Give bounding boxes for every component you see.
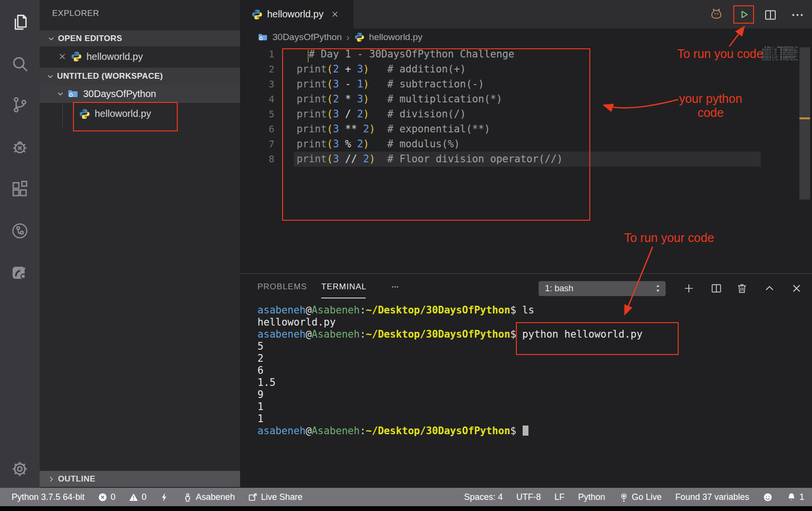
status-language-mode[interactable]: Python	[578, 492, 605, 502]
select-updown-icon	[654, 283, 662, 294]
terminal-cursor	[523, 426, 528, 436]
line-number: 6	[240, 122, 274, 137]
code-line-5[interactable]: 5print(3 / 2) # division(/)	[240, 107, 563, 122]
chevron-down-icon	[45, 71, 55, 81]
open-editors-label: OPEN EDITORS	[58, 34, 122, 43]
chevron-right-icon	[46, 474, 56, 484]
tab-terminal[interactable]: TERMINAL	[321, 282, 367, 292]
status-encoding-label: UTF-8	[516, 492, 541, 502]
activity-explorer-icon[interactable]	[0, 11, 40, 34]
settings-gear-icon	[10, 459, 29, 479]
terminal[interactable]: asabeneh@Asabeneh:~/Desktop/30DaysOfPyth…	[257, 304, 642, 437]
prompt-user: asabeneh	[257, 425, 306, 437]
more-actions-icon[interactable]	[790, 8, 805, 22]
status-go-live[interactable]: Go Live	[619, 492, 662, 502]
cat-icon[interactable]	[709, 7, 724, 21]
status-indentation[interactable]: Spaces: 4	[464, 492, 503, 502]
code-line-3[interactable]: 3print(3 - 1) # subtraction(-)	[240, 77, 563, 92]
breadcrumb-folder[interactable]: 30DaysOfPython	[272, 32, 342, 43]
bottom-strip	[0, 506, 812, 511]
terminal-command: python helloworld.py	[522, 328, 642, 340]
activity-settings-gear-icon[interactable]	[0, 457, 40, 481]
status-left: Python 3.7.5 64-bit00AsabenehLive Share	[0, 492, 302, 502]
source-control-icon	[10, 95, 29, 114]
status-python-version-label: Python 3.7.5 64-bit	[12, 492, 85, 502]
status-user-account[interactable]: Asabeneh	[183, 492, 235, 502]
live-session-icon	[10, 221, 29, 241]
prompt-host: Asabeneh	[312, 425, 360, 437]
folder-name: 30DaysOfPython	[83, 88, 156, 99]
status-live-share[interactable]: Live Share	[248, 492, 302, 502]
status-bar: Python 3.7.5 64-bit00AsabenehLive Share …	[0, 488, 812, 506]
split-terminal-icon[interactable]	[710, 282, 723, 295]
terminal-output: 6	[257, 365, 263, 376]
editor-scrollbar[interactable]	[799, 47, 810, 199]
editor-area: helloworld.py 30DaysOfPython ›	[240, 0, 812, 488]
minimap[interactable]: # Day 1 - 30DaysOfPython Challenge print…	[762, 46, 798, 63]
code-line-4[interactable]: 4print(2 * 3) # multiplication(*)	[240, 92, 563, 107]
activity-source-control-icon[interactable]	[0, 93, 40, 116]
activity-search-icon[interactable]	[0, 52, 40, 75]
open-editors-section[interactable]: OPEN EDITORS	[40, 30, 247, 46]
terminal-line-1: helloworld.py	[257, 316, 642, 328]
status-quick-action[interactable]	[159, 492, 170, 502]
code-line-8[interactable]: 8print(3 // 2) # Floor division operator…	[240, 152, 563, 167]
line-number: 2	[240, 62, 274, 77]
activity-extensions-icon[interactable]	[0, 178, 40, 201]
code-editor[interactable]: 1 # Day 1 - 30DaysOfPython Challenge2pri…	[240, 47, 563, 167]
panel-border[interactable]	[240, 273, 812, 274]
run-button[interactable]	[733, 5, 754, 24]
maximize-panel-icon[interactable]	[763, 282, 776, 295]
tab-helloworld[interactable]: helloworld.py	[240, 0, 354, 28]
close-icon[interactable]	[330, 10, 340, 19]
status-encoding[interactable]: UTF-8	[516, 492, 541, 502]
status-variables-found[interactable]: Found 37 variables	[675, 492, 749, 502]
terminal-output: 1.5	[257, 377, 275, 388]
code-line-2[interactable]: 2print(2 + 3) # addition(+)	[240, 62, 563, 77]
split-editor-icon[interactable]	[763, 8, 778, 22]
workspace-section[interactable]: UNTITLED (WORKSPACE)	[40, 68, 246, 85]
tab-problems[interactable]: PROBLEMS	[257, 282, 307, 292]
status-warning-count[interactable]: 0	[128, 492, 146, 502]
kill-terminal-icon[interactable]	[736, 282, 748, 295]
terminal-line-2: asabeneh@Asabeneh:~/Desktop/30DaysOfPyth…	[257, 328, 642, 341]
more-panel-tabs-icon[interactable]	[389, 282, 401, 292]
status-eol[interactable]: LF	[555, 492, 565, 502]
line-number: 4	[240, 92, 274, 107]
activity-live-session-icon[interactable]	[0, 219, 40, 242]
chevron-down-icon	[46, 34, 56, 43]
activity-bar	[0, 0, 40, 488]
terminal-line-10: asabeneh@Asabeneh:~/Desktop/30DaysOfPyth…	[257, 425, 642, 437]
code-line-7[interactable]: 7print(3 % 2) # modulus(%)	[240, 137, 563, 152]
code-line-6[interactable]: 6print(3 ** 2) # exponential(**)	[240, 122, 563, 137]
annotation-terminal-label: To run your code	[624, 231, 714, 245]
code-line-1[interactable]: 1 # Day 1 - 30DaysOfPython Challenge	[240, 47, 563, 62]
folder-30daysofpython[interactable]: 30DaysOfPython	[40, 85, 256, 103]
open-editor-helloworld[interactable]: helloworld.py	[40, 46, 258, 67]
terminal-line-6: 1.5	[257, 377, 642, 389]
terminal-shell-select[interactable]: 1: bash	[539, 281, 666, 296]
vscode-window: EXPLORER OPEN EDITORS helloworld.py UNTI…	[0, 0, 812, 511]
breadcrumb[interactable]: 30DaysOfPython › helloworld.py	[240, 28, 423, 46]
close-panel-icon[interactable]	[790, 282, 803, 295]
breadcrumb-separator: ›	[346, 31, 350, 43]
new-terminal-icon[interactable]	[683, 282, 695, 295]
close-icon[interactable]	[58, 52, 67, 61]
breadcrumb-file[interactable]: helloworld.py	[369, 32, 423, 43]
editor-cursor	[308, 50, 309, 62]
workspace-folder-icon	[67, 88, 79, 99]
status-error-count[interactable]: 0	[98, 492, 115, 502]
status-feedback[interactable]	[763, 492, 773, 502]
status-python-version[interactable]: Python 3.7.5 64-bit	[12, 492, 85, 502]
activity-debug-icon[interactable]	[0, 136, 40, 159]
search-icon	[10, 54, 29, 73]
scrollbar-marker	[799, 117, 810, 119]
bell-icon	[786, 492, 797, 502]
terminal-line-8: 1	[257, 401, 642, 413]
status-eol-label: LF	[555, 492, 565, 502]
outline-section[interactable]: OUTLINE	[40, 471, 247, 487]
status-notifications[interactable]: 1	[786, 492, 804, 502]
activity-share-icon[interactable]	[0, 261, 40, 284]
status-notifications-label: 1	[799, 492, 804, 502]
line-number: 7	[240, 137, 274, 152]
